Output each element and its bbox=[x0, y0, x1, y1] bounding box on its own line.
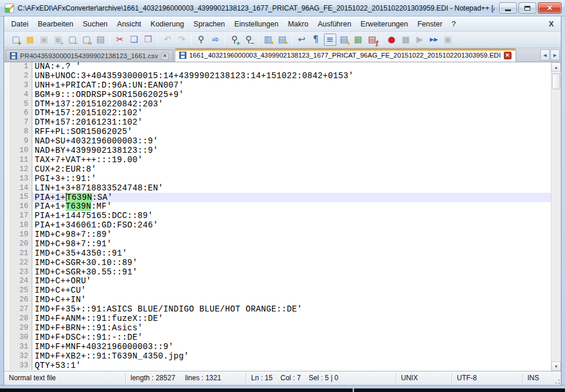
status-insert-mode[interactable]: INS bbox=[523, 373, 546, 383]
bookmark-margin[interactable] bbox=[4, 165, 11, 175]
vertical-scrollbar[interactable]: ▲ ▼ bbox=[551, 62, 561, 371]
bookmark-margin[interactable] bbox=[4, 137, 11, 146]
bookmark-margin[interactable] bbox=[4, 118, 11, 128]
tab-close-icon[interactable]: ✕ bbox=[504, 52, 511, 59]
bookmark-margin[interactable] bbox=[4, 91, 11, 100]
replace-icon[interactable]: ab bbox=[209, 33, 222, 46]
bookmark-margin[interactable] bbox=[4, 184, 11, 193]
bookmark-margin[interactable] bbox=[4, 314, 11, 324]
bookmark-margin[interactable] bbox=[4, 81, 11, 91]
editor-line[interactable]: 20IMD+C+98+7::91' bbox=[4, 240, 551, 249]
scrollbar-track[interactable] bbox=[551, 72, 561, 361]
bookmark-margin[interactable] bbox=[4, 352, 11, 361]
menu-erweiterungen[interactable]: Erweiterungen bbox=[356, 18, 413, 30]
editor-line[interactable]: 6DTM+157:20151022:102' bbox=[4, 109, 551, 118]
editor-line[interactable]: 2UNB+UNOC:3+4043593000015:14+43999021381… bbox=[4, 72, 551, 81]
bookmark-margin[interactable] bbox=[4, 230, 11, 240]
editor-line[interactable]: 9NAD+SU+4032196000003::9' bbox=[4, 137, 551, 146]
editor-line[interactable]: 8RFF+PL:SOR15062025' bbox=[4, 128, 551, 137]
editor-text-area[interactable]: 1UNA:+.? '2UNB+UNOC:3+4043593000015:14+4… bbox=[4, 62, 551, 371]
editor-line[interactable]: 22IMD+C+SGR+30.10::89' bbox=[4, 259, 551, 268]
bookmark-margin[interactable] bbox=[4, 72, 11, 81]
editor-line[interactable]: 4BGM+9:::ORDRSP+SOR15062025+9' bbox=[4, 91, 551, 100]
editor-line[interactable]: 3UNH+1+PRICAT:D:96A:UN:EAN007' bbox=[4, 81, 551, 91]
define-your-language-icon[interactable]: ▤ϟ bbox=[338, 33, 350, 46]
editor-line[interactable]: 7DTM+157:20161231:102' bbox=[4, 118, 551, 128]
zoom-in-icon[interactable]: ⚲+ bbox=[229, 33, 241, 46]
bookmark-margin[interactable] bbox=[4, 305, 11, 314]
paste-icon[interactable]: ❒ bbox=[142, 33, 155, 46]
bookmark-margin[interactable] bbox=[4, 146, 11, 156]
menu-datei[interactable]: Datei bbox=[6, 18, 33, 30]
editor-line[interactable]: 11TAX+7+VAT+++:::19.00' bbox=[4, 156, 551, 165]
save-recorded-macro-icon[interactable]: ▣ bbox=[442, 33, 454, 46]
editor-line[interactable]: 19IMD+C+98+7::89' bbox=[4, 230, 551, 240]
bookmark-margin[interactable] bbox=[4, 343, 11, 352]
editor-line[interactable]: 27IMD+F+35+::91:ASICS BLUE/INDIGO BLUE/H… bbox=[4, 305, 551, 314]
editor-line[interactable]: 29IMD+F+BRN+::91:Asics' bbox=[4, 324, 551, 333]
tab-scroll-right-button[interactable]: ► bbox=[550, 49, 560, 61]
editor-line[interactable]: 16PIA+1+T639N:MF' bbox=[4, 202, 551, 212]
bookmark-margin[interactable] bbox=[4, 221, 11, 230]
undo-icon[interactable]: ↶ bbox=[162, 33, 174, 46]
cut-icon[interactable]: ✂ bbox=[114, 33, 126, 46]
sync-horizontal-scrolling-icon[interactable]: ▤• bbox=[276, 33, 289, 46]
editor-line[interactable]: 5DTM+137:201510220842:203' bbox=[4, 100, 551, 109]
document-tab-2[interactable]: 1661_4032196000003_4399902138123_1677_PR… bbox=[175, 48, 516, 62]
bookmark-margin[interactable] bbox=[4, 128, 11, 137]
editor-line[interactable]: 14LIN+1+3+8718833524748:EN' bbox=[4, 184, 551, 193]
editor-line[interactable]: 32IMD+F+XB2+::91:T639N_4350.jpg' bbox=[4, 352, 551, 361]
resize-grip[interactable] bbox=[553, 377, 561, 385]
stop-recording-macro-icon[interactable]: ■ bbox=[400, 33, 412, 46]
save-all-icon[interactable]: ▣+ bbox=[52, 33, 65, 46]
menu-kodierung[interactable]: Kodierung bbox=[146, 18, 189, 30]
playback-macro-icon[interactable]: ▶ bbox=[414, 33, 426, 46]
menu-bearbeiten[interactable]: Bearbeiten bbox=[33, 18, 78, 30]
scrollbar-thumb[interactable] bbox=[552, 73, 560, 89]
bookmark-margin[interactable] bbox=[4, 286, 11, 296]
close-button[interactable]: ✕ bbox=[538, 2, 561, 14]
bookmark-margin[interactable] bbox=[4, 202, 11, 212]
document-tab-1[interactable]: PR40435930000154399902138123_1661.csv✕ bbox=[5, 49, 173, 62]
open-file-icon[interactable]: ■ bbox=[24, 33, 36, 46]
editor-line[interactable]: 15PIA+1+T639N:SA' bbox=[4, 193, 551, 202]
editor-line[interactable]: 13PGI+3+::91:' bbox=[4, 175, 551, 184]
editor-line[interactable]: 18PIA+1+346061:GD:FSO:246' bbox=[4, 221, 551, 230]
close-all-documents-icon[interactable]: ▢= bbox=[81, 33, 93, 46]
menu-fenster[interactable]: Fenster bbox=[413, 18, 447, 30]
bookmark-margin[interactable] bbox=[4, 156, 11, 165]
document-map-icon[interactable]: ▦ bbox=[352, 33, 365, 46]
menu-ausfhren[interactable]: Ausführen bbox=[313, 18, 356, 30]
editor-line[interactable]: 30IMD+F+DSC+::91:-::DE' bbox=[4, 333, 551, 343]
editor-line[interactable]: 12CUX+2:EUR:8' bbox=[4, 165, 551, 175]
bookmark-margin[interactable] bbox=[4, 361, 11, 371]
menubar-close-button[interactable]: X bbox=[545, 19, 557, 28]
editor-line[interactable]: 24IMD+C++ORU' bbox=[4, 277, 551, 286]
new-file-icon[interactable]: ▢+ bbox=[10, 33, 22, 46]
menu-ansicht[interactable]: Ansicht bbox=[112, 18, 146, 30]
save-icon[interactable]: ▣ bbox=[38, 33, 51, 46]
scroll-down-button[interactable]: ▼ bbox=[551, 361, 561, 371]
function-list-icon[interactable]: ▤ƒ bbox=[366, 33, 379, 46]
bookmark-margin[interactable] bbox=[4, 109, 11, 118]
editor-line[interactable]: 28IMD+F+ANM+::91:fuzeX::DE' bbox=[4, 314, 551, 324]
tab-close-icon[interactable]: ✕ bbox=[161, 52, 169, 60]
menu-einstellungen[interactable]: Einstellungen bbox=[230, 18, 283, 30]
bookmark-margin[interactable] bbox=[4, 333, 11, 343]
menu-makro[interactable]: Makro bbox=[283, 18, 313, 30]
redo-icon[interactable]: ↷ bbox=[176, 33, 188, 46]
bookmark-margin[interactable] bbox=[4, 193, 11, 202]
bookmark-margin[interactable] bbox=[4, 259, 11, 268]
editor-line[interactable]: 26IMD+C++IN' bbox=[4, 296, 551, 305]
menu-?[interactable]: ? bbox=[447, 18, 460, 30]
run-macro-multiple-times-icon[interactable]: ▶▶ bbox=[428, 33, 440, 46]
editor-line[interactable]: 17PIA+1+14475165:DCC::89' bbox=[4, 212, 551, 221]
editor-line[interactable]: 33QTY+53:1' bbox=[4, 361, 551, 371]
sync-vertical-scrolling-icon[interactable]: ▥• bbox=[262, 33, 275, 46]
bookmark-margin[interactable] bbox=[4, 277, 11, 286]
menu-sprachen[interactable]: Sprachen bbox=[189, 18, 230, 30]
bookmark-margin[interactable] bbox=[4, 240, 11, 249]
editor-line[interactable]: 25IMD+C++CU' bbox=[4, 286, 551, 296]
bookmark-margin[interactable] bbox=[4, 100, 11, 109]
close-document-icon[interactable]: ▢− bbox=[66, 33, 79, 46]
